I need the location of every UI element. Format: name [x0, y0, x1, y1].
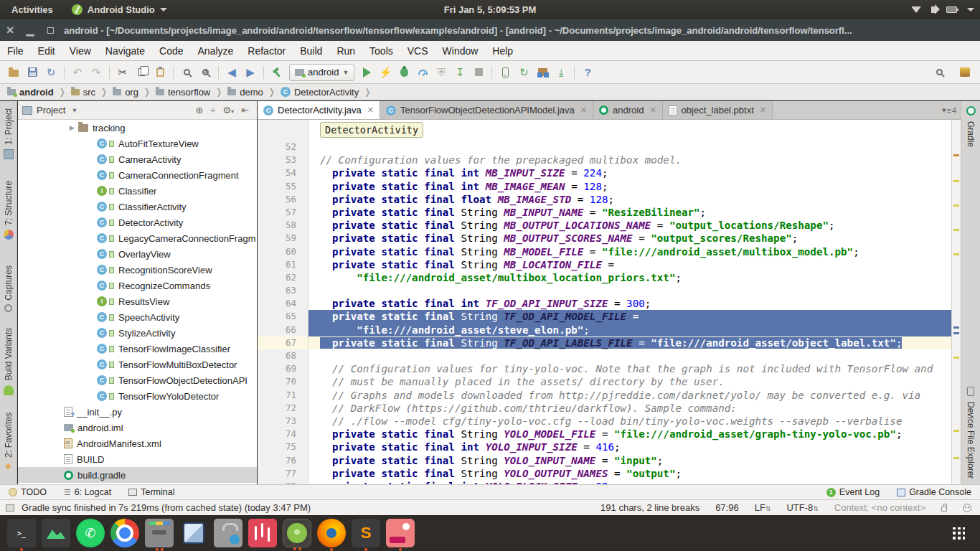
forward-icon[interactable]: ▶ — [242, 64, 259, 81]
tree-item-resultsview[interactable]: IResultsView — [18, 293, 257, 309]
clock[interactable]: Fri Jan 5, 5:09:53 PM — [444, 4, 537, 15]
coverage-icon[interactable]: ⛨ — [433, 64, 450, 81]
code-line-74[interactable]: 74 private static final String YOLO_MODE… — [258, 428, 951, 441]
lock-icon[interactable] — [941, 507, 947, 512]
tool-button-6-logcat[interactable]: ☰6: Logcat — [55, 487, 120, 497]
tree-item-recognitionscoreview[interactable]: CRecognitionScoreView — [18, 262, 257, 278]
code-line-59[interactable]: 59 private static final String MB_OUTPUT… — [258, 232, 951, 245]
tree-item-speechactivity[interactable]: CSpeechActivity — [18, 309, 257, 325]
stripe-mark[interactable] — [953, 430, 959, 432]
tree-item-recognizecommands[interactable]: CRecognizeCommands — [18, 278, 257, 293]
tab-captures[interactable]: Captures — [4, 265, 14, 317]
menu-vcs[interactable]: VCS — [400, 45, 435, 57]
tree-item-cameraconnectionfragment[interactable]: CCameraConnectionFragment — [18, 167, 257, 183]
editor-tab-android[interactable]: android✕ — [593, 101, 663, 119]
code-line-61[interactable]: 61 private static final String MB_LOCATI… — [258, 258, 951, 271]
stripe-mark[interactable] — [953, 326, 959, 329]
code-line-76[interactable]: 76 private static final String YOLO_INPU… — [258, 454, 951, 467]
locate-icon[interactable]: ⊕ — [195, 105, 203, 116]
code-line-69[interactable]: 69 // Configuration values for tiny-yolo… — [258, 362, 951, 375]
open-icon[interactable] — [5, 64, 22, 81]
code-line-55[interactable]: 55 private static final int MB_IMAGE_MEA… — [258, 180, 951, 193]
stop-icon[interactable] — [470, 64, 487, 81]
redo-icon[interactable]: ↷ — [88, 64, 105, 81]
project-structure-icon[interactable] — [534, 64, 551, 81]
code-line-52[interactable]: 52 — [258, 141, 951, 154]
hide-panel-icon[interactable]: ⇤ — [241, 105, 249, 116]
cut-icon[interactable]: ✂ — [114, 64, 131, 81]
menu-help[interactable]: Help — [485, 45, 520, 57]
code-line-56[interactable]: 56 private static final float MB_IMAGE_S… — [258, 193, 951, 206]
tree-item-build[interactable]: BUILD — [18, 451, 257, 467]
dock-show-apps-icon[interactable] — [944, 519, 973, 547]
breadcrumb-org[interactable]: org — [111, 87, 140, 98]
tree-item-tensorflowyolodetector[interactable]: CTensorFlowYoloDetector — [18, 388, 257, 404]
code-line-73[interactable]: 73 // ./flow --model cfg/tiny-yolo-voc.c… — [258, 415, 951, 428]
breadcrumb-src[interactable]: src — [70, 87, 97, 98]
stripe-mark[interactable] — [953, 357, 959, 359]
dock-media-player-icon[interactable] — [248, 519, 277, 547]
code-line-53[interactable]: 53// Configuration values for the prepac… — [258, 154, 951, 166]
tool-button-gradle-console[interactable]: Gradle Console — [888, 487, 980, 497]
profiler-icon[interactable] — [414, 64, 431, 81]
close-window-button[interactable]: ✕ — [0, 24, 20, 36]
tree-item-stylizeactivity[interactable]: CStylizeActivity — [18, 325, 257, 341]
file-encoding[interactable]: UTF-8⇅ — [786, 502, 818, 513]
stripe-mark[interactable] — [953, 457, 959, 459]
paste-icon[interactable] — [151, 64, 169, 81]
tree-item-init-py[interactable]: __init__.py — [18, 404, 257, 420]
code-line-65[interactable]: 65 private static final String TF_OD_API… — [258, 310, 951, 323]
menu-build[interactable]: Build — [293, 45, 329, 57]
breadcrumb-demo[interactable]: demo — [226, 87, 265, 98]
dock-android-studio-icon[interactable] — [283, 519, 311, 547]
breadcrumb-detectoractivity[interactable]: CDetectorActivity — [279, 87, 360, 98]
close-tab-icon[interactable]: ✕ — [367, 105, 374, 115]
code-line-75[interactable]: 75 private static final int YOLO_INPUT_S… — [258, 441, 951, 453]
code-line-68[interactable]: 68 — [258, 349, 951, 362]
code-line-67[interactable]: 67 private static final String TF_OD_API… — [258, 336, 951, 349]
toolbox-icon[interactable] — [956, 64, 974, 81]
sdk-manager-icon[interactable]: ⤓ — [552, 64, 570, 81]
tab-7-structure[interactable]: 7: Structure — [4, 181, 14, 244]
tree-item-autofittextureview[interactable]: CAutoFitTextureView — [18, 136, 257, 151]
dock-chrome-icon[interactable] — [110, 519, 139, 547]
breadcrumb-tensorflow[interactable]: tensorflow — [154, 87, 212, 98]
stripe-mark[interactable] — [953, 332, 959, 334]
undo-icon[interactable]: ↶ — [69, 64, 86, 81]
code-line-64[interactable]: 64 private static final int TF_OD_API_IN… — [258, 297, 951, 310]
breadcrumb-lens[interactable]: DetectorActivity — [320, 122, 423, 138]
activities-button[interactable]: Activities — [0, 4, 65, 15]
install-icon[interactable]: ↧ — [451, 64, 468, 81]
tree-item-androidmanifest-xml[interactable]: AndroidManifest.xml — [18, 435, 257, 451]
menu-view[interactable]: View — [62, 45, 98, 57]
tab-device-file-explorer[interactable]: Device File Explorer — [961, 386, 980, 479]
sync-icon[interactable]: ↻ — [42, 64, 60, 81]
expand-arrow-icon[interactable]: ▶ — [70, 124, 78, 131]
code-line-54[interactable]: 54 private static final int MB_INPUT_SIZ… — [258, 166, 951, 179]
find-icon[interactable] — [178, 64, 195, 81]
breadcrumb-android[interactable]: android — [6, 87, 55, 98]
tab-build-variants[interactable]: Build Variants — [4, 328, 14, 399]
tool-button-event-log[interactable]: 1Event Log — [818, 487, 888, 497]
make-project-hammer-icon[interactable] — [268, 64, 286, 81]
code-line-63[interactable]: 63 — [258, 284, 951, 297]
code-line-70[interactable]: 70 // must be manually placed in the ass… — [258, 375, 951, 388]
tree-item-cameraactivity[interactable]: CCameraActivity — [18, 151, 257, 167]
editor-tab-object-label-pbtxt[interactable]: object_label.pbtxt✕ — [663, 101, 773, 119]
run-configuration-dropdown[interactable]: android▼ — [289, 64, 354, 81]
line-separator[interactable]: LF⇅ — [755, 502, 771, 513]
code-line-57[interactable]: 57 private static final String MB_INPUT_… — [258, 206, 951, 219]
error-stripe[interactable] — [951, 120, 961, 484]
dock-gallery-icon[interactable] — [42, 519, 70, 547]
editor-tab-detectoractivity-java[interactable]: CDetectorActivity.java✕ — [258, 101, 380, 119]
close-tab-icon[interactable]: ✕ — [580, 105, 587, 115]
dock-virtualbox-icon[interactable] — [179, 519, 208, 547]
gear-icon[interactable]: ⚙▾ — [222, 105, 234, 116]
debug-icon[interactable] — [395, 64, 413, 81]
app-menu[interactable]: Android Studio — [65, 4, 174, 15]
tree-item-tensorflowobjectdetectionapi[interactable]: CTensorFlowObjectDetectionAPI — [18, 372, 257, 388]
menu-window[interactable]: Window — [435, 45, 486, 57]
code-line-72[interactable]: 72 // DarkFlow (https://github.com/thtri… — [258, 402, 951, 415]
tool-button-todo[interactable]: TODO — [0, 487, 55, 497]
tree-item-overlayview[interactable]: COverlayView — [18, 246, 257, 262]
